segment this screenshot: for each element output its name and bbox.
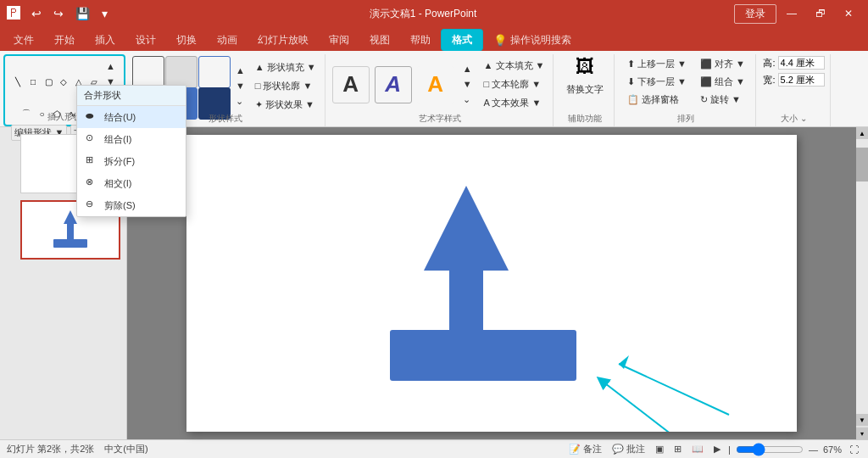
shape-diamond-icon[interactable]: ◇ bbox=[56, 75, 71, 90]
shape-style-3[interactable] bbox=[198, 56, 231, 88]
merge-subtract-item[interactable]: ⊖ 剪除(S) bbox=[77, 194, 186, 216]
normal-view-button[interactable]: ▣ bbox=[653, 444, 666, 455]
union-label: 结合(U) bbox=[104, 111, 136, 124]
aux-group: 🖼 替换文字 辅助功能 bbox=[555, 54, 615, 126]
zoom-separator: | bbox=[728, 444, 731, 455]
combine-label: 组合(I) bbox=[104, 133, 131, 146]
align-button[interactable]: ⬛ 对齐 ▼ bbox=[697, 56, 748, 72]
zoom-slider[interactable] bbox=[736, 443, 804, 456]
merge-shapes-header-label: 合并形状 bbox=[84, 90, 121, 100]
shape-arc-icon[interactable]: ⌒ bbox=[19, 106, 34, 121]
tab-format[interactable]: 格式 bbox=[441, 29, 483, 51]
powerpoint-logo-icon: 🅿 bbox=[7, 6, 20, 21]
merge-intersect-item[interactable]: ⊗ 相交(I) bbox=[77, 172, 186, 194]
text-style-outlined[interactable]: A bbox=[375, 66, 412, 103]
text-effect-button[interactable]: A 文本效果 ▼ bbox=[481, 95, 548, 111]
shape-style-1[interactable] bbox=[132, 56, 164, 88]
subtract-label: 剪除(S) bbox=[104, 199, 136, 212]
width-label: 宽: bbox=[763, 74, 775, 87]
rotate-button[interactable]: ↻ 旋转 ▼ bbox=[697, 92, 748, 108]
close-button[interactable]: ✕ bbox=[836, 4, 861, 23]
width-input[interactable] bbox=[778, 73, 825, 87]
svg-line-4 bbox=[602, 381, 712, 432]
tab-review[interactable]: 审阅 bbox=[319, 30, 359, 51]
subtract-icon: ⊖ bbox=[86, 198, 99, 212]
tab-design[interactable]: 设计 bbox=[125, 30, 166, 51]
selection-pane-button[interactable]: 📋 选择窗格 bbox=[624, 92, 690, 108]
bring-forward-button[interactable]: ⬆ 上移一层 ▼ bbox=[624, 56, 690, 72]
tab-insert[interactable]: 插入 bbox=[85, 30, 125, 51]
shape-style-2[interactable] bbox=[165, 56, 198, 88]
tab-slideshow[interactable]: 幻灯片放映 bbox=[248, 30, 319, 51]
fragment-label: 拆分(F) bbox=[104, 155, 135, 168]
scroll-thumb[interactable] bbox=[856, 148, 868, 182]
reading-view-button[interactable]: 📖 bbox=[689, 444, 706, 455]
language-label: 中文(中国) bbox=[104, 443, 147, 455]
svg-marker-7 bbox=[619, 355, 629, 369]
fragment-icon: ⊞ bbox=[86, 154, 99, 168]
group-button[interactable]: ⬛ 组合 ▼ bbox=[697, 74, 748, 90]
shape-effect-button[interactable]: ✦ 形状效果 ▼ bbox=[252, 97, 320, 113]
text-fill-button[interactable]: ▲ 文本填充 ▼ bbox=[481, 58, 548, 74]
alt-text-button[interactable]: 替换文字 bbox=[563, 81, 607, 98]
image-placeholder-icon: 🖼 bbox=[576, 56, 594, 78]
shape-styles-scroll-up[interactable]: ▲ bbox=[232, 64, 248, 77]
comments-icon: 💬 bbox=[612, 444, 624, 454]
send-backward-button[interactable]: ⬇ 下移一层 ▼ bbox=[624, 74, 690, 90]
tab-view[interactable]: 视图 bbox=[359, 30, 400, 51]
shape-rect-icon[interactable]: □ bbox=[25, 75, 41, 90]
slideshow-view-button[interactable]: ▶ bbox=[711, 444, 723, 455]
intersect-label: 相交(I) bbox=[104, 177, 131, 190]
merge-union-item[interactable]: ⬬ 结合(U) bbox=[77, 106, 186, 128]
scroll-end-button[interactable]: ▾ bbox=[856, 427, 868, 439]
shapes-scroll-up[interactable]: ▲ bbox=[103, 59, 119, 73]
undo-button[interactable]: ↩ bbox=[27, 5, 46, 22]
tab-animations[interactable]: 动画 bbox=[207, 30, 248, 51]
text-art-scroll-up[interactable]: ▲ bbox=[459, 62, 476, 75]
save-button[interactable]: 💾 bbox=[71, 5, 94, 22]
tab-action-search[interactable]: 💡 操作说明搜索 bbox=[483, 30, 581, 51]
height-input[interactable] bbox=[778, 56, 825, 70]
shape-outline-button[interactable]: □ 形状轮廓 ▼ bbox=[252, 78, 320, 94]
text-style-white[interactable]: A bbox=[332, 66, 370, 103]
comments-button[interactable]: 💬 批注 bbox=[609, 443, 648, 455]
size-group: 高: 宽: 大小 ⌄ bbox=[758, 54, 830, 126]
scroll-up-button[interactable]: ▲ bbox=[856, 127, 868, 139]
union-icon: ⬬ bbox=[86, 110, 99, 124]
merge-combine-item[interactable]: ⊙ 组合(I) bbox=[77, 128, 186, 150]
canvas-area[interactable] bbox=[127, 127, 856, 439]
text-art-expand[interactable]: ⌄ bbox=[459, 92, 476, 107]
shape-styles-expand[interactable]: ⌄ bbox=[232, 94, 248, 109]
right-scrollbar: ▲ ▼ ▾ bbox=[856, 127, 868, 439]
minimize-button[interactable]: — bbox=[778, 4, 805, 23]
arrange-label: 排列 bbox=[677, 113, 694, 125]
scroll-down-button[interactable]: ▼ bbox=[856, 414, 868, 426]
shape-rounded-rect-icon[interactable]: ▢ bbox=[41, 75, 56, 90]
customize-qat-button[interactable]: ▾ bbox=[97, 5, 112, 22]
fit-slide-button[interactable]: ⛶ bbox=[847, 444, 861, 455]
notes-label: 备注 bbox=[583, 444, 602, 454]
slide-count-label: 幻灯片 第2张，共2张 bbox=[7, 443, 94, 455]
text-art-label: 艺术字样式 bbox=[419, 113, 461, 125]
restore-button[interactable]: 🗗 bbox=[807, 4, 834, 23]
tab-help[interactable]: 帮助 bbox=[400, 30, 441, 51]
login-button[interactable]: 登录 bbox=[734, 4, 776, 24]
status-bar-right: 📝 备注 💬 批注 ▣ ⊞ 📖 ▶ | — 67% ⛶ bbox=[566, 443, 861, 456]
text-style-dark[interactable]: A bbox=[417, 66, 454, 103]
tab-home[interactable]: 开始 bbox=[44, 30, 85, 51]
text-outline-button[interactable]: □ 文本轮廓 ▼ bbox=[481, 76, 548, 92]
ribbon-tabs-bar: 文件 开始 插入 设计 切换 动画 幻灯片放映 审阅 视图 帮助 格式 💡 操作… bbox=[0, 27, 868, 51]
notes-button[interactable]: 📝 备注 bbox=[566, 443, 604, 455]
tab-transitions[interactable]: 切换 bbox=[166, 30, 207, 51]
slide-sorter-button[interactable]: ⊞ bbox=[671, 444, 684, 455]
tab-file[interactable]: 文件 bbox=[3, 30, 44, 51]
shape-styles-scroll-down[interactable]: ▼ bbox=[232, 79, 248, 92]
svg-marker-2 bbox=[424, 186, 509, 330]
text-art-scroll-down[interactable]: ▼ bbox=[459, 77, 476, 91]
merge-fragment-item[interactable]: ⊞ 拆分(F) bbox=[77, 150, 186, 172]
redo-button[interactable]: ↪ bbox=[49, 5, 68, 22]
shape-fill-button[interactable]: ▲ 形状填充 ▼ bbox=[252, 59, 320, 75]
shape-line-icon[interactable]: ╲ bbox=[10, 75, 25, 90]
merge-shapes-dropdown: 合并形状 ⬬ 结合(U) ⊙ 组合(I) ⊞ 拆分(F) ⊗ 相交(I) ⊖ 剪… bbox=[76, 85, 186, 217]
merge-shapes-header[interactable]: 合并形状 bbox=[77, 86, 186, 106]
